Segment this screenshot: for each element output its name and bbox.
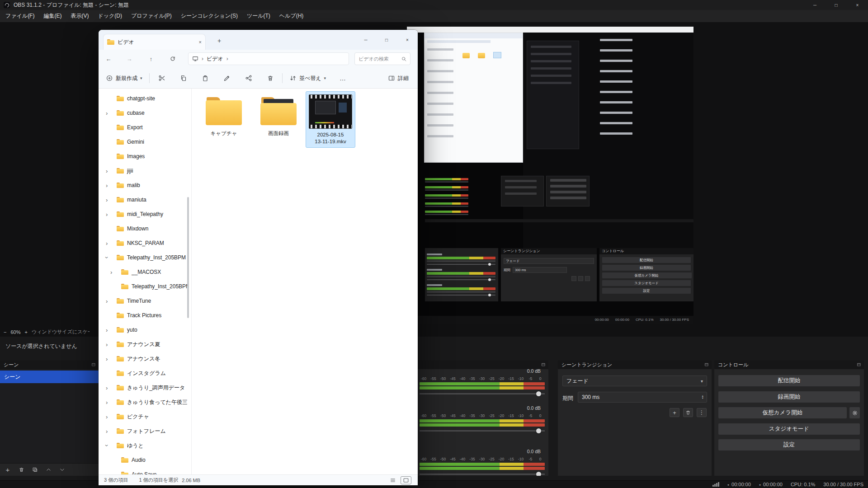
tree-item-22[interactable]: ›ピクチャ <box>99 409 187 424</box>
explorer-minimize-button[interactable]: ─ <box>355 30 376 50</box>
obs-close-button[interactable]: × <box>847 0 868 10</box>
dock-float-icon[interactable] <box>91 362 96 367</box>
tree-item-25[interactable]: ›Audio <box>99 453 187 467</box>
dock-float-icon[interactable] <box>857 362 861 367</box>
virtual-camera-settings-button[interactable] <box>849 407 860 418</box>
tree-item-1[interactable]: ›cubase <box>99 106 187 120</box>
explorer-close-button[interactable]: × <box>397 30 418 50</box>
volume-slider-handle[interactable] <box>536 428 541 433</box>
rename-button[interactable] <box>219 71 235 85</box>
tree-item-26[interactable]: ›Auto Save <box>99 467 187 474</box>
move-scene-up-button[interactable] <box>45 466 52 474</box>
tree-chevron-icon[interactable]: › <box>106 341 108 348</box>
control-button-0[interactable]: 配信開始 <box>718 375 860 386</box>
new-tab-button[interactable]: + <box>214 36 224 46</box>
menu-item-1[interactable]: 編集(E) <box>39 10 66 22</box>
tree-item-18[interactable]: ›アナウンス冬 <box>99 352 187 366</box>
obs-minimize-button[interactable]: ─ <box>804 0 826 10</box>
new-button[interactable]: 新規作成 ▾ <box>102 71 146 85</box>
forward-button[interactable]: → <box>124 53 135 64</box>
tree-item-17[interactable]: ›アナウンス夏 <box>99 337 187 352</box>
control-button-3[interactable]: スタジオモード <box>718 423 860 435</box>
tree-chevron-icon[interactable]: › <box>104 257 110 258</box>
dock-float-icon[interactable] <box>704 362 709 367</box>
menu-item-2[interactable]: 表示(V) <box>66 10 93 22</box>
file-tile-0[interactable]: キャプチャ <box>200 92 247 137</box>
zoom-fit-label[interactable]: ウィンドウサイズにスケーリン <box>32 328 90 335</box>
screen-capture-preview[interactable]: シーントランジション フェード 期間 300 ms コントロール 配信開始録画開… <box>407 27 693 324</box>
menu-item-7[interactable]: ヘルプ(H) <box>275 10 308 22</box>
search-box[interactable]: ビデオの検索 <box>354 52 410 65</box>
tree-item-19[interactable]: ›インスタグラム <box>99 366 187 380</box>
menu-item-4[interactable]: プロファイル(P) <box>127 10 176 22</box>
list-view-icon[interactable] <box>390 477 396 483</box>
up-button[interactable]: ↑ <box>146 53 156 64</box>
transition-duration-spinner[interactable]: 300 ms ▲ ▼ <box>578 392 707 403</box>
volume-slider-handle[interactable] <box>536 472 541 476</box>
tree-item-13[interactable]: ›Telepathy_Inst_205BPM <box>99 279 187 294</box>
tree-item-23[interactable]: ›フォトフレーム <box>99 424 187 438</box>
tree-item-0[interactable]: ›chatgpt-site <box>99 91 187 106</box>
tree-chevron-icon[interactable]: › <box>106 211 108 218</box>
control-button-1[interactable]: 録画開始 <box>718 391 860 403</box>
tree-chevron-icon[interactable]: › <box>106 168 108 174</box>
tree-item-20[interactable]: ›きゅうり_調声用データ <box>99 380 187 395</box>
menu-item-6[interactable]: ツール(T) <box>242 10 275 22</box>
tree-item-11[interactable]: ›Telepathy_Inst_205BPM <box>99 250 187 265</box>
menu-item-0[interactable]: ファイル(F) <box>1 10 39 22</box>
explorer-maximize-button[interactable]: □ <box>376 30 397 50</box>
transition-type-select[interactable]: フェード ▾ <box>562 375 707 386</box>
tree-item-15[interactable]: ›Track Pictures <box>99 308 187 323</box>
zoom-in-button[interactable]: + <box>24 329 27 335</box>
more-button[interactable]: … <box>335 71 350 85</box>
scene-item-selected[interactable]: シーン <box>0 371 99 383</box>
volume-slider[interactable] <box>420 474 545 475</box>
tree-chevron-icon[interactable]: › <box>110 269 112 276</box>
spinner-arrows-icon[interactable]: ▲ ▼ <box>702 395 704 399</box>
spin-down-icon[interactable]: ▼ <box>702 397 704 399</box>
breadcrumb-item-videos[interactable]: ビデオ <box>207 55 223 63</box>
obs-maximize-button[interactable]: □ <box>826 0 847 10</box>
tree-item-5[interactable]: ›jijii <box>99 164 187 178</box>
tree-scrollbar[interactable] <box>187 197 189 318</box>
tree-item-10[interactable]: ›NKSC_PARAM <box>99 236 187 250</box>
dock-float-icon[interactable] <box>541 362 546 367</box>
volume-slider-handle[interactable] <box>536 391 541 396</box>
file-tile-2[interactable]: 2025-08-1513-11-19.mkv <box>306 91 355 148</box>
file-tile-1[interactable]: 画面録画 <box>255 92 302 137</box>
remove-scene-button[interactable] <box>18 466 25 474</box>
tree-item-6[interactable]: ›malib <box>99 178 187 192</box>
share-button[interactable] <box>241 71 257 85</box>
tab-close-icon[interactable]: × <box>199 39 202 45</box>
tree-item-8[interactable]: ›midi_Telepathy <box>99 207 187 221</box>
tree-item-21[interactable]: ›きゅうり食ってた午後三時 <box>99 395 187 409</box>
tree-item-4[interactable]: ›Images <box>99 149 187 164</box>
breadcrumb[interactable]: › ビデオ › <box>188 52 349 65</box>
cut-button[interactable] <box>154 71 170 85</box>
details-pane-button[interactable]: 詳細 <box>384 71 412 85</box>
back-button[interactable]: ← <box>103 53 114 64</box>
tree-item-16[interactable]: ›yuto <box>99 323 187 337</box>
move-scene-down-button[interactable] <box>58 466 66 474</box>
add-scene-button[interactable]: + <box>4 466 11 474</box>
volume-slider[interactable] <box>420 393 545 394</box>
control-button-2[interactable]: 仮想カメラ開始 <box>718 407 847 418</box>
paste-button[interactable] <box>197 71 213 85</box>
tree-item-7[interactable]: ›maniuta <box>99 192 187 207</box>
tree-chevron-icon[interactable]: › <box>106 182 108 189</box>
tree-chevron-icon[interactable]: › <box>106 110 108 117</box>
tree-chevron-icon[interactable]: › <box>106 413 108 420</box>
tree-item-9[interactable]: ›Mixdown <box>99 221 187 236</box>
tree-item-3[interactable]: ›Gemini <box>99 135 187 149</box>
transition-properties-button[interactable]: ⋮ <box>697 408 707 417</box>
menu-item-5[interactable]: シーンコレクション(S) <box>176 10 242 22</box>
explorer-tab-videos[interactable]: ビデオ × <box>103 34 206 50</box>
menu-item-3[interactable]: ドック(D) <box>93 10 127 22</box>
tree-chevron-icon[interactable]: › <box>106 327 108 333</box>
tree-item-2[interactable]: ›Export <box>99 120 187 135</box>
refresh-button[interactable] <box>167 53 178 64</box>
copy-button[interactable] <box>175 71 192 85</box>
tree-chevron-icon[interactable]: › <box>106 428 108 435</box>
delete-button[interactable] <box>262 71 278 85</box>
remove-transition-button[interactable] <box>683 408 693 417</box>
